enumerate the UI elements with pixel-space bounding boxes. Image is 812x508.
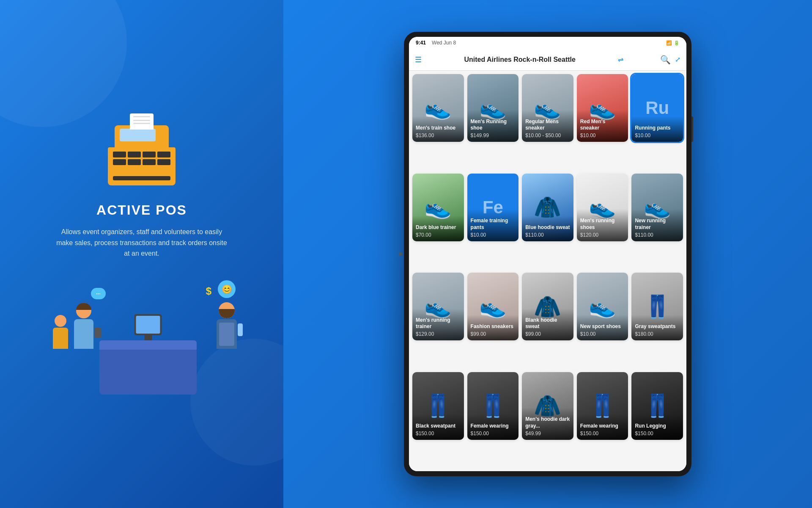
product-card[interactable]: 🧥 Men's hoodie dark gray... $49.99 — [522, 372, 573, 440]
header-title: United Airlines Rock-n-Roll Seattle — [426, 56, 614, 64]
product-name: Black sweatpant — [416, 423, 461, 430]
status-date: Wed Jun 8 — [432, 40, 456, 46]
product-card[interactable]: 👖 Female wearing $150.00 — [577, 372, 628, 440]
app-title: ACTIVE POS — [96, 202, 187, 218]
product-name: Men's Running shoe — [471, 119, 516, 132]
product-price: $150.00 — [471, 431, 516, 436]
product-card[interactable]: 🧥 Blue hoodie sweat $110.00 — [522, 174, 573, 241]
product-card[interactable]: 👟 Dark blue trainer $70.00 — [412, 174, 464, 241]
product-grid: 👟 Men's train shoe $136.00 👟 Men's Runni… — [409, 71, 686, 471]
product-card[interactable]: 👟 New sport shoes $10.00 — [577, 273, 628, 340]
product-name: Dark blue trainer — [416, 224, 461, 231]
product-card[interactable]: 👖 Gray sweatpants $180.00 — [631, 273, 683, 340]
product-card[interactable]: 👟 Men's train shoe $136.00 — [412, 74, 464, 142]
product-price: $136.00 — [416, 133, 461, 138]
app-header: ☰ United Airlines Rock-n-Roll Seattle ⇌ … — [409, 49, 686, 71]
menu-icon[interactable]: ☰ — [415, 55, 422, 64]
app-description: Allows event organizers, staff and volun… — [53, 226, 230, 259]
tablet-indicator — [399, 252, 402, 256]
product-card[interactable]: 👖 Run Legging $150.00 — [631, 372, 683, 440]
product-price: $10.00 — [635, 133, 680, 138]
product-price: $150.00 — [416, 431, 461, 436]
product-card[interactable]: Ru Running pants $10.00 — [631, 74, 683, 142]
product-card[interactable]: 👟 Men's running trainer $129.00 — [412, 273, 464, 340]
product-price: $150.00 — [580, 431, 625, 436]
product-name: New running trainer — [635, 218, 680, 231]
product-card[interactable]: 👟 Red Men's sneaker $10.00 — [577, 74, 628, 142]
product-price: $10.00 — [580, 331, 625, 337]
product-price: $180.00 — [635, 331, 680, 337]
product-name: Men's running shoes — [580, 218, 625, 231]
product-price: $110.00 — [635, 232, 680, 238]
product-name: Men's train shoe — [416, 125, 461, 132]
right-panel: 9:41 Wed Jun 8 📶 🔋 ☰ United Airlines Roc… — [283, 0, 812, 508]
product-card[interactable]: Fe Female training pants $10.00 — [467, 174, 519, 241]
product-name: Running pants — [635, 125, 680, 132]
product-name: Female training pants — [471, 218, 516, 231]
tablet-side-button[interactable] — [691, 116, 693, 142]
product-name: Fashion sneakers — [471, 323, 516, 330]
product-price: $110.00 — [525, 232, 570, 238]
product-name: Red Men's sneaker — [580, 119, 625, 132]
product-card[interactable]: 👟 Fashion sneakers $99.00 — [467, 273, 519, 340]
product-card[interactable]: 👟 New running trainer $110.00 — [631, 174, 683, 241]
product-price: $10.00 — [580, 133, 625, 138]
product-price: $10.00 - $50.00 — [525, 133, 570, 138]
product-card[interactable]: 👟 Regular Mens sneaker $10.00 - $50.00 — [522, 74, 573, 142]
product-price: $150.00 — [635, 431, 680, 436]
product-name: Regular Mens sneaker — [525, 119, 570, 132]
product-card[interactable]: 👖 Black sweatpant $150.00 — [412, 372, 464, 440]
product-price: $70.00 — [416, 232, 461, 238]
status-time: 9:41 — [416, 40, 426, 46]
product-name: Female wearing — [580, 423, 625, 430]
tablet-device: 9:41 Wed Jun 8 📶 🔋 ☰ United Airlines Roc… — [404, 32, 691, 476]
product-name: Gray sweatpants — [635, 323, 680, 330]
product-name: Blank hoodie sweat — [525, 317, 570, 330]
expand-icon[interactable]: ⤢ — [675, 55, 680, 64]
cash-register-illustration — [99, 113, 184, 190]
tablet-screen: 9:41 Wed Jun 8 📶 🔋 ☰ United Airlines Roc… — [409, 37, 686, 471]
product-card[interactable]: 👖 Female wearing $150.00 — [467, 372, 519, 440]
product-name: Run Legging — [635, 423, 680, 430]
product-price: $99.00 — [471, 331, 516, 337]
product-price: $129.00 — [416, 331, 461, 337]
search-icon[interactable]: 🔍 — [660, 55, 671, 65]
product-name: Female wearing — [471, 423, 516, 430]
product-price: $120.00 — [580, 232, 625, 238]
product-price: $49.99 — [525, 431, 570, 436]
people-illustration: ··· 😊 $ — [40, 284, 243, 395]
product-price: $149.99 — [471, 133, 516, 138]
left-panel: ACTIVE POS Allows event organizers, staf… — [0, 0, 283, 508]
product-price: $10.00 — [471, 232, 516, 238]
product-name: Men's hoodie dark gray... — [525, 416, 570, 429]
status-bar: 9:41 Wed Jun 8 📶 🔋 — [409, 37, 686, 49]
product-name: Blue hoodie sweat — [525, 224, 570, 231]
product-name: New sport shoes — [580, 323, 625, 330]
product-name: Men's running trainer — [416, 317, 461, 330]
product-card[interactable]: 👟 Men's running shoes $120.00 — [577, 174, 628, 241]
product-card[interactable]: 🧥 Blank hoodie sweat $99.00 — [522, 273, 573, 340]
exchange-icon[interactable]: ⇌ — [618, 55, 623, 64]
product-card[interactable]: 👟 Men's Running shoe $149.99 — [467, 74, 519, 142]
product-price: $99.00 — [525, 331, 570, 337]
